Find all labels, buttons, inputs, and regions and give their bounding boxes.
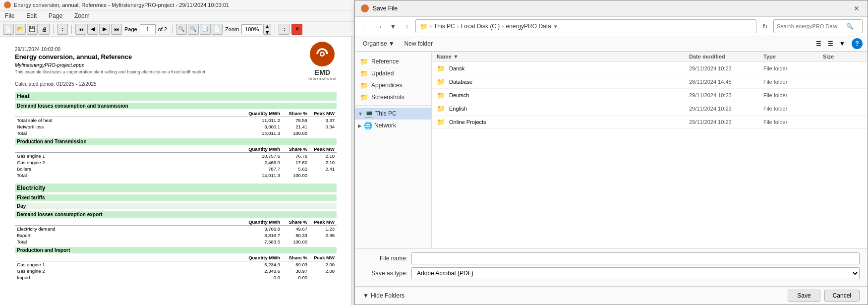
report-filename: MyfirstenergyPRO-project.eppx <box>15 62 337 68</box>
hide-folders-button[interactable]: ▼ Hide Folders <box>363 292 405 299</box>
sub-prod-import: Production and Import <box>15 247 337 253</box>
save-as-select[interactable]: Adobe Acrobat (PDF) <box>411 267 860 279</box>
emd-logo-circle <box>310 42 335 66</box>
toolbar-first[interactable]: ⏮ <box>75 24 86 35</box>
col-name[interactable]: Name ▼ <box>437 54 689 60</box>
sub-day: Day <box>15 203 337 209</box>
menu-page[interactable]: Page <box>46 11 65 20</box>
file-name-online-projects: 📁 Online Projects <box>437 118 689 126</box>
organise-button[interactable]: Organise ▼ <box>360 39 398 49</box>
breadcrumb-localdisk[interactable]: Local Disk (C:) <box>461 23 500 30</box>
view-details[interactable]: ☰ <box>825 38 836 49</box>
folder-icon-online-projects: 📁 <box>437 118 445 126</box>
toolbar-print[interactable]: 🖨 <box>39 24 50 35</box>
menu-edit[interactable]: Edit <box>23 11 40 20</box>
app-icon <box>4 1 11 8</box>
file-name-database: 📁 Database <box>437 78 689 86</box>
nav-divider <box>355 105 431 106</box>
zoom-input[interactable]: 100% <box>241 24 262 34</box>
nav-folder-screenshots[interactable]: 📁 Screenshots <box>355 91 431 103</box>
dialog-close-button[interactable]: ✕ <box>852 3 862 13</box>
search-input[interactable] <box>777 23 846 29</box>
file-name-input[interactable] <box>411 252 860 264</box>
breadcrumb-energypro[interactable]: energyPRO Data <box>506 23 551 30</box>
view-list[interactable]: ☰ <box>813 38 824 49</box>
search-box: 🔍 <box>773 19 863 33</box>
save-button[interactable]: Save <box>788 290 820 302</box>
col-name-label: Name <box>437 54 452 60</box>
pc-icon: 💻 <box>365 110 373 118</box>
report-date: 29/11/2024 10:03:00 <box>15 47 337 52</box>
new-folder-button[interactable]: New folder <box>402 39 436 49</box>
toolbar-zoom-fit[interactable]: 📑 <box>200 24 211 35</box>
network-icon: 🌐 <box>364 122 372 129</box>
toolbar-save[interactable]: 💾 <box>27 24 38 35</box>
col-sort-arrow: ▼ <box>453 54 459 60</box>
nav-folder-reference[interactable]: 📁 Reference <box>355 56 431 67</box>
main-content: 29/11/2024 10:03:00 Energy conversion, a… <box>0 37 868 305</box>
report-title: Energy conversion, annual, Reference <box>15 53 337 61</box>
nav-back[interactable]: ← <box>360 21 371 32</box>
toolbar-next[interactable]: ▶ <box>99 24 110 35</box>
file-type-english: File folder <box>763 106 823 112</box>
file-name-deutsch: 📁 Deutsch <box>437 91 689 99</box>
menu-file[interactable]: File <box>2 11 17 20</box>
toolbar-btn1[interactable]: ⋮ <box>57 24 68 35</box>
file-name-dansk: 📁 Dansk <box>437 64 689 72</box>
toolbar-menu-more[interactable]: ⋮ <box>279 24 289 35</box>
file-name-english: 📁 English <box>437 105 689 113</box>
sub-prod-trans: Production and Transmission <box>15 138 337 145</box>
view-dropdown[interactable]: ▼ <box>837 38 848 49</box>
file-row-english[interactable]: 📁 English 29/11/2024 10:23 File folder <box>432 102 868 116</box>
nav-folder-updated[interactable]: 📁 Updated <box>355 67 431 79</box>
section-elec: Electricity <box>15 183 337 192</box>
toolbar-open[interactable]: 📂 <box>15 24 26 35</box>
help-button[interactable]: ? <box>852 38 863 49</box>
organise-arrow: ▼ <box>389 40 395 47</box>
breadcrumb-thispc[interactable]: This PC <box>434 23 455 30</box>
nav-dropdown[interactable]: ▼ <box>388 21 399 32</box>
file-date-deutsch: 29/11/2024 10:23 <box>689 92 763 98</box>
page-of: of 2 <box>158 26 167 32</box>
file-row-database[interactable]: 📁 Database 28/11/2024 14:45 File folder <box>432 75 868 89</box>
nav-folder-appendices[interactable]: 📁 Appendices <box>355 79 431 91</box>
col-headers-3: Quantity MWh Share % Peak MW <box>15 219 337 226</box>
folder-icon-reference: 📁 <box>360 58 368 65</box>
page-label: Page <box>124 26 137 32</box>
nav-up[interactable]: ↑ <box>402 21 412 32</box>
breadcrumb-dropdown[interactable]: ▼ <box>553 24 558 29</box>
dialog-title-bar: Save File ✕ <box>355 0 868 17</box>
page-input[interactable]: 1 <box>140 24 156 34</box>
file-row-dansk[interactable]: 📁 Dansk 29/11/2024 10:23 File folder <box>432 62 868 75</box>
nav-refresh[interactable]: ↻ <box>759 21 770 32</box>
row-elec-prod-3: Import 0.0 0.00 <box>15 274 337 281</box>
toolbar-close[interactable]: ✕ <box>291 24 302 35</box>
col-headers-4: Quantity MWh Share % Peak MW <box>15 254 337 261</box>
toolbar-prev[interactable]: ◀ <box>87 24 98 35</box>
nav-this-pc[interactable]: ▼ 💻 This PC <box>355 108 431 120</box>
menu-zoom[interactable]: Zoom <box>71 11 93 20</box>
file-list-header: Name ▼ Date modified Type Size <box>432 52 868 62</box>
file-row-deutsch[interactable]: 📁 Deutsch 29/11/2024 10:23 File folder <box>432 89 868 102</box>
col-type[interactable]: Type <box>763 54 823 60</box>
folder-icon-dansk: 📁 <box>437 64 445 72</box>
cancel-button[interactable]: Cancel <box>824 290 860 302</box>
toolbar-last[interactable]: ⏭ <box>111 24 122 35</box>
logo-block: EMD International <box>308 42 337 81</box>
nav-network[interactable]: ▶ 🌐 Network <box>355 120 431 131</box>
col-date[interactable]: Date modified <box>689 54 763 60</box>
toolbar-new[interactable]: 📄 <box>3 24 14 35</box>
nav-forward[interactable]: → <box>374 21 385 32</box>
toolbar-zoom-page[interactable]: 📄 <box>212 24 223 35</box>
row-elec-1: Electricity demand 3,766.8 49.67 1.23 <box>15 226 337 232</box>
dialog-form: File name: Save as type: Adobe Acrobat (… <box>355 248 868 286</box>
col-size[interactable]: Size <box>823 54 863 60</box>
emd-text: EMD <box>308 68 337 76</box>
row-elec-2: Export 3,816.7 50.33 2.95 <box>15 232 337 239</box>
row-heat-2: Network loss 3,000.1 21.41 0.34 <box>15 123 337 130</box>
toolbar-zoom-in[interactable]: 🔍 <box>188 24 199 35</box>
search-icon[interactable]: 🔍 <box>846 23 854 30</box>
toolbar-zoom-ud[interactable]: ▲▼ <box>263 24 271 35</box>
file-row-online-projects[interactable]: 📁 Online Projects 29/11/2024 10:23 File … <box>432 116 868 129</box>
toolbar-zoom-out[interactable]: 🔍 <box>176 24 187 35</box>
